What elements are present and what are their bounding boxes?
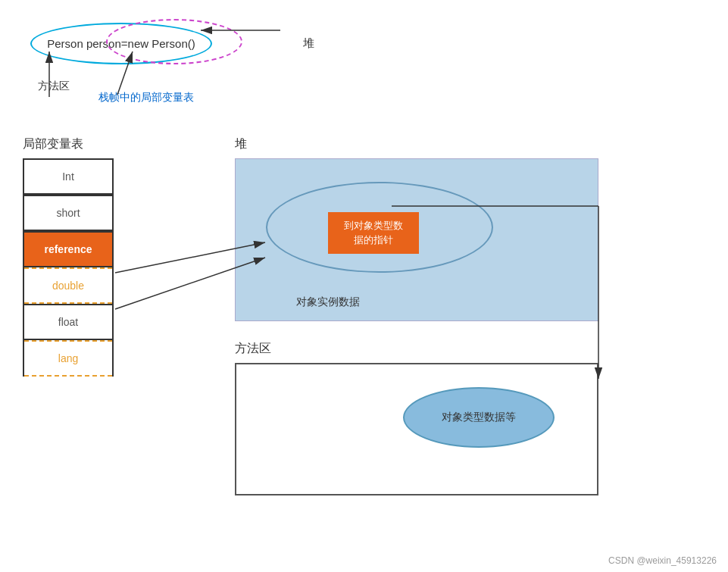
heap-ellipse: 到对象类型数据的指针 (266, 182, 493, 273)
local-var-title: 局部变量表 (23, 136, 114, 152)
method-section: 方法区 对象类型数据等 (235, 341, 614, 495)
instance-label: 对象实例数据 (296, 295, 360, 309)
heap-label-top: 堆 (303, 36, 314, 51)
watermark: CSDN @weixin_45913226 (608, 555, 717, 566)
var-row-float: float (24, 304, 112, 340)
method-box: 对象类型数据等 (235, 363, 598, 495)
method-title: 方法区 (235, 341, 614, 357)
var-row-double: double (24, 267, 112, 304)
top-section: Person person=new Person() 堆 方法区 栈帧中的局部变… (23, 15, 401, 114)
heap-title: 堆 (235, 136, 614, 152)
method-ellipse: 对象类型数据等 (403, 387, 555, 448)
var-row-lang: lang (24, 340, 112, 377)
pointer-box: 到对象类型数据的指针 (328, 212, 419, 254)
code-oval-purple (106, 19, 242, 64)
var-row-short: short (24, 195, 112, 231)
method-area-label-top: 方法区 (38, 80, 70, 93)
main-diagram: Person person=new Person() 堆 方法区 栈帧中的局部变… (0, 0, 728, 572)
local-var-section: 局部变量表 Int short reference double float l… (23, 136, 114, 377)
heap-box: 到对象类型数据的指针 对象实例数据 (235, 158, 598, 321)
var-row-int: Int (24, 158, 112, 195)
stack-local-label-top: 栈帧中的局部变量表 (98, 91, 194, 105)
pointer-text: 到对象类型数据的指针 (344, 219, 403, 246)
heap-section: 堆 到对象类型数据的指针 对象实例数据 (235, 136, 614, 321)
var-row-reference: reference (24, 231, 112, 267)
method-ellipse-label: 对象类型数据等 (442, 411, 516, 424)
var-table: Int short reference double float lang (23, 158, 114, 377)
